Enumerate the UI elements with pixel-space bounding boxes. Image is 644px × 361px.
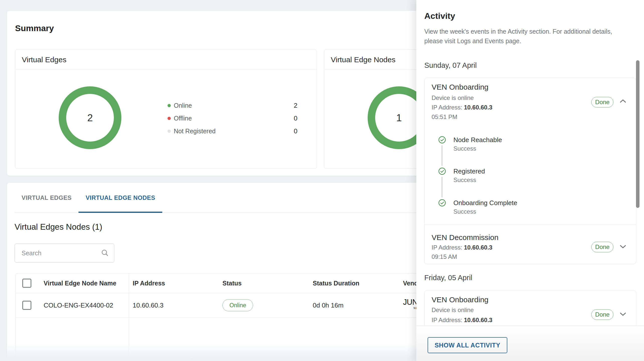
virtual-edges-donut: 2 [59, 86, 121, 149]
chevron-down-icon[interactable] [620, 312, 626, 316]
virtual-edges-card: Virtual Edges 2 Online 2 Offline 0 Not R… [15, 49, 317, 169]
not-registered-dot-icon [168, 130, 171, 133]
legend-row-not-registered: Not Registered 0 [168, 127, 297, 135]
event-ip-line: IP Address: 10.60.60.3 [432, 104, 492, 111]
filler-name-cell [16, 318, 129, 361]
activity-panel: Activity View the week's events in the A… [416, 0, 644, 361]
legend-row-online: Online 2 [168, 101, 297, 109]
status-badge: Online [222, 299, 253, 311]
list-title: Virtual Edges Nodes (1) [15, 222, 102, 232]
timeline-connector [442, 145, 442, 166]
table-empty-area [16, 318, 427, 361]
virtual-edge-nodes-total: 1 [396, 112, 402, 124]
day-label-sunday: Sunday, 07 April [424, 61, 477, 70]
event-time: 09:15 AM [432, 253, 457, 261]
search-box [15, 244, 114, 263]
virtual-edges-total: 2 [87, 112, 93, 124]
nodes-table: Virtual Edge Node Name IP Address Status… [16, 273, 427, 361]
event-title: VEN Decommission [432, 233, 499, 242]
table-row[interactable]: COLO-ENG-EX4400-02 10.60.60.3 Online 0d … [16, 293, 427, 318]
event-time: 05:51 PM [432, 113, 457, 121]
search-input[interactable] [15, 249, 101, 257]
check-circle-icon [438, 199, 446, 207]
event-ip-line: IP Address: 10.60.60.3 [432, 316, 492, 324]
step-name: Registered [453, 167, 485, 175]
summary-title: Summary [15, 23, 54, 33]
event-title: VEN Onboarding [432, 83, 489, 92]
row-checkbox[interactable] [22, 301, 31, 310]
legend-label: Online [174, 102, 192, 109]
day-label-friday: Friday, 05 April [424, 274, 472, 282]
column-header-name: Virtual Edge Node Name [44, 280, 116, 287]
table-header-row: Virtual Edge Node Name IP Address Status… [16, 273, 427, 293]
chevron-down-icon[interactable] [620, 245, 626, 249]
select-all-checkbox[interactable] [22, 279, 31, 288]
timeline-connector [442, 177, 442, 197]
legend-value: 0 [294, 127, 297, 135]
event-ip-line: IP Address: 10.60.60.3 [432, 244, 492, 251]
done-badge: Done [591, 309, 613, 320]
node-ip: 10.60.60.3 [129, 293, 219, 317]
step-status: Success [453, 176, 476, 184]
legend-value: 0 [294, 114, 297, 122]
node-status-duration: 0d 0h 16m [309, 293, 399, 317]
tab-bar: VIRTUAL EDGES VIRTUAL EDGE NODES [15, 183, 427, 213]
tab-virtual-edge-nodes[interactable]: VIRTUAL EDGE NODES [78, 183, 162, 213]
check-circle-icon [438, 167, 446, 175]
row-name-cell: COLO-ENG-EX4400-02 [16, 293, 129, 317]
event-ip-value: 10.60.60.3 [464, 244, 492, 251]
virtual-edges-legend: Online 2 Offline 0 Not Registered 0 [168, 101, 297, 140]
column-header-status-duration: Status Duration [309, 273, 399, 293]
step-status: Success [453, 145, 476, 152]
event-subtitle: Device is online [432, 306, 474, 314]
chevron-up-icon[interactable] [620, 99, 626, 103]
tab-virtual-edges[interactable]: VIRTUAL EDGES [15, 183, 78, 213]
node-name: COLO-ENG-EX4400-02 [44, 302, 113, 309]
summary-section: Summary Virtual Edges 2 Online 2 Offline… [7, 11, 427, 176]
step-status: Success [453, 208, 476, 215]
activity-title: Activity [424, 11, 455, 21]
event-ip-value: 10.60.60.3 [464, 104, 492, 111]
legend-value: 2 [294, 102, 297, 109]
header-name-cell: Virtual Edge Node Name [16, 273, 129, 293]
legend-label: Offline [174, 115, 192, 122]
search-icon [101, 249, 109, 257]
nodes-list-section: VIRTUAL EDGES VIRTUAL EDGE NODES Virtual… [7, 183, 427, 361]
check-circle-icon [438, 136, 446, 144]
activity-footer: SHOW ALL ACTIVITY [416, 326, 644, 361]
online-dot-icon [168, 104, 171, 107]
done-badge: Done [591, 242, 613, 252]
event-ip-value: 10.60.60.3 [464, 317, 492, 323]
legend-row-offline: Offline 0 [168, 114, 297, 122]
event-title: VEN Onboarding [432, 295, 489, 304]
offline-dot-icon [168, 117, 171, 120]
show-all-activity-button[interactable]: SHOW ALL ACTIVITY [428, 337, 507, 353]
legend-label: Not Registered [174, 128, 216, 135]
column-header-status: Status [219, 273, 309, 293]
sunday-events-card: VEN Onboarding Device is online IP Addre… [424, 78, 636, 264]
virtual-edges-card-title: Virtual Edges [15, 50, 317, 70]
done-badge: Done [591, 97, 613, 107]
row-status-cell: Online [219, 293, 309, 317]
activity-description: View the week's events in the Activity s… [424, 27, 630, 46]
column-header-ip: IP Address [129, 273, 219, 293]
step-name: Onboarding Complete [453, 199, 517, 207]
step-name: Node Reachable [453, 136, 502, 144]
event-subtitle: Device is online [432, 94, 474, 102]
event-divider [425, 225, 636, 225]
dashboard-screen: Summary Virtual Edges 2 Online 2 Offline… [0, 0, 644, 361]
scrollbar-thumb[interactable] [636, 60, 639, 208]
